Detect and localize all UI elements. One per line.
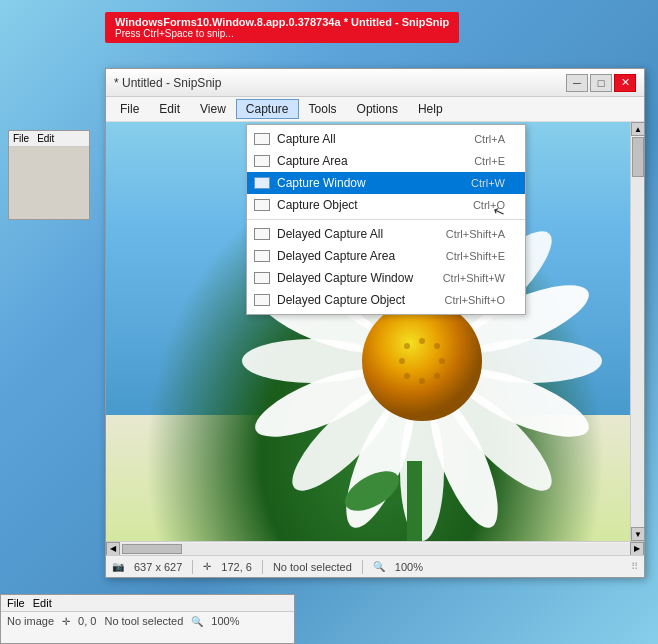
- menu-help[interactable]: Help: [408, 99, 453, 119]
- svg-rect-25: [407, 461, 422, 541]
- taskbar-popup[interactable]: WindowsForms10.Window.8.app.0.378734a * …: [105, 12, 459, 43]
- menu-delayed-object[interactable]: Delayed Capture Object Ctrl+Shift+O: [247, 289, 525, 311]
- capture-area-label: Capture Area: [277, 154, 454, 168]
- svg-point-24: [434, 373, 440, 379]
- delayed-area-icon: [253, 249, 271, 263]
- main-window: * Untitled - SnipSnip ─ □ ✕ File Edit Vi…: [105, 68, 645, 578]
- svg-point-22: [404, 373, 410, 379]
- main-menubar: File Edit View Capture Tools Options Hel…: [106, 97, 644, 122]
- bottom-status-tool: No tool selected: [104, 615, 183, 627]
- small-menu-file[interactable]: File: [13, 133, 29, 144]
- status-coordinates: 172, 6: [221, 561, 252, 573]
- status-sep1: [192, 560, 193, 574]
- hscroll-right-btn[interactable]: ▶: [630, 542, 644, 556]
- bottom-window: File Edit No image ✛ 0, 0 No tool select…: [0, 594, 295, 644]
- scrollbar-track[interactable]: [631, 137, 644, 528]
- delayed-all-shortcut: Ctrl+Shift+A: [446, 228, 505, 240]
- status-dimensions: 637 x 627: [134, 561, 182, 573]
- menu-view[interactable]: View: [190, 99, 236, 119]
- status-resize-grip: ⠿: [631, 561, 638, 572]
- bottom-status-zoom-icon: 🔍: [191, 616, 203, 627]
- delayed-object-shortcut: Ctrl+Shift+O: [444, 294, 505, 306]
- capture-object-label: Capture Object: [277, 198, 453, 212]
- svg-point-17: [404, 343, 410, 349]
- delayed-window-shortcut: Ctrl+Shift+W: [443, 272, 505, 284]
- svg-point-23: [419, 378, 425, 384]
- hscroll-thumb[interactable]: [122, 544, 182, 554]
- delayed-all-icon: [253, 227, 271, 241]
- status-coords-icon: ✛: [203, 561, 211, 572]
- main-window-title: * Untitled - SnipSnip: [114, 76, 221, 90]
- delayed-area-shortcut: Ctrl+Shift+E: [446, 250, 505, 262]
- menu-delayed-window[interactable]: Delayed Capture Window Ctrl+Shift+W: [247, 267, 525, 289]
- status-zoom: 100%: [395, 561, 423, 573]
- bottom-window-menubar: File Edit: [1, 595, 294, 612]
- status-dimensions-icon: 📷: [112, 561, 124, 572]
- delayed-object-icon: [253, 293, 271, 307]
- bottom-status-zoom: 100%: [211, 615, 239, 627]
- capture-all-label: Capture All: [277, 132, 454, 146]
- delayed-window-icon: [253, 271, 271, 285]
- bottom-status-coords-icon: ✛: [62, 616, 70, 627]
- titlebar-controls: ─ □ ✕: [566, 74, 636, 92]
- menu-capture-window[interactable]: Capture Window Ctrl+W: [247, 172, 525, 194]
- menu-separator: [247, 219, 525, 220]
- close-button[interactable]: ✕: [614, 74, 636, 92]
- capture-dropdown-menu: Capture All Ctrl+A Capture Area Ctrl+E C…: [246, 124, 526, 315]
- minimize-button[interactable]: ─: [566, 74, 588, 92]
- bottom-status-coords: 0, 0: [78, 615, 96, 627]
- svg-point-20: [399, 358, 405, 364]
- small-side-window: File Edit: [8, 130, 90, 220]
- scrollbar-up-btn[interactable]: ▲: [631, 122, 644, 136]
- capture-all-icon: [253, 132, 271, 146]
- svg-point-21: [439, 358, 445, 364]
- menu-capture-object[interactable]: Capture Object Ctrl+O: [247, 194, 525, 216]
- capture-window-label: Capture Window: [277, 176, 451, 190]
- taskbar-popup-title: WindowsForms10.Window.8.app.0.378734a * …: [115, 16, 449, 28]
- hscroll-left-btn[interactable]: ◀: [106, 542, 120, 556]
- status-tool: No tool selected: [273, 561, 352, 573]
- menu-capture[interactable]: Capture: [236, 99, 299, 119]
- svg-point-19: [434, 343, 440, 349]
- svg-point-18: [419, 338, 425, 344]
- bottom-menu-file[interactable]: File: [7, 597, 25, 609]
- taskbar-popup-subtitle: Press Ctrl+Space to snip...: [115, 28, 449, 39]
- svg-point-16: [362, 301, 482, 421]
- capture-window-shortcut: Ctrl+W: [471, 177, 505, 189]
- vertical-scrollbar[interactable]: ▲ ▼: [630, 122, 644, 541]
- menu-options[interactable]: Options: [347, 99, 408, 119]
- status-zoom-icon: 🔍: [373, 561, 385, 572]
- bottom-status-no-image: No image: [7, 615, 54, 627]
- menu-tools[interactable]: Tools: [299, 99, 347, 119]
- bottom-menu-edit[interactable]: Edit: [33, 597, 52, 609]
- small-window-menubar: File Edit: [9, 131, 89, 147]
- capture-area-icon: [253, 154, 271, 168]
- menu-delayed-all[interactable]: Delayed Capture All Ctrl+Shift+A: [247, 223, 525, 245]
- scrollbar-down-btn[interactable]: ▼: [631, 527, 644, 541]
- menu-file[interactable]: File: [110, 99, 149, 119]
- maximize-button[interactable]: □: [590, 74, 612, 92]
- delayed-object-label: Delayed Capture Object: [277, 293, 424, 307]
- capture-object-icon: [253, 198, 271, 212]
- main-statusbar: 📷 637 x 627 ✛ 172, 6 No tool selected 🔍 …: [106, 555, 644, 577]
- menu-delayed-area[interactable]: Delayed Capture Area Ctrl+Shift+E: [247, 245, 525, 267]
- delayed-window-label: Delayed Capture Window: [277, 271, 423, 285]
- delayed-area-label: Delayed Capture Area: [277, 249, 426, 263]
- main-titlebar: * Untitled - SnipSnip ─ □ ✕: [106, 69, 644, 97]
- horizontal-scrollbar[interactable]: ◀ ▶: [106, 541, 644, 555]
- capture-area-shortcut: Ctrl+E: [474, 155, 505, 167]
- bottom-window-statusbar: No image ✛ 0, 0 No tool selected 🔍 100%: [1, 612, 294, 630]
- small-menu-edit[interactable]: Edit: [37, 133, 54, 144]
- hscroll-track[interactable]: [120, 543, 630, 555]
- delayed-all-label: Delayed Capture All: [277, 227, 426, 241]
- capture-window-icon: [253, 176, 271, 190]
- scrollbar-thumb[interactable]: [632, 137, 644, 177]
- small-window-content: [9, 147, 89, 219]
- status-sep3: [362, 560, 363, 574]
- capture-all-shortcut: Ctrl+A: [474, 133, 505, 145]
- menu-capture-area[interactable]: Capture Area Ctrl+E: [247, 150, 525, 172]
- status-sep2: [262, 560, 263, 574]
- menu-capture-all[interactable]: Capture All Ctrl+A: [247, 128, 525, 150]
- menu-edit[interactable]: Edit: [149, 99, 190, 119]
